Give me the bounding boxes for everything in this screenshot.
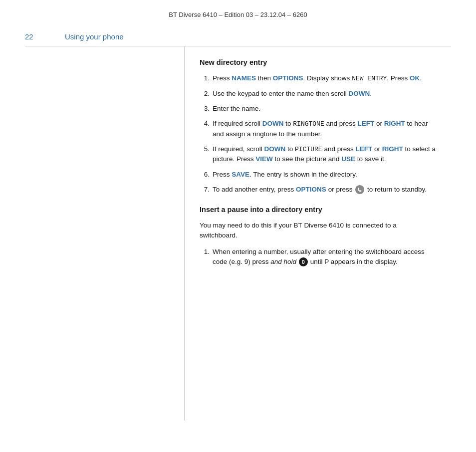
use-label: USE [341,155,355,163]
step-1-num: 1. [200,73,210,84]
view-label: VIEW [255,155,273,163]
options-label-1: OPTIONS [273,74,303,82]
down-label-2: DOWN [262,120,284,127]
left-label-1: LEFT [358,120,375,127]
step-2-num: 2. [200,89,210,99]
page-container: BT Diverse 6410 – Edition 03 – 23.12.04 … [0,0,476,452]
right-label-1: RIGHT [384,120,405,127]
left-label-2: LEFT [355,145,372,153]
new-entry-title: New directory entry [200,58,436,66]
header-text: BT Diverse 6410 – Edition 03 – 23.12.04 … [169,11,307,18]
options-label-2: OPTIONS [296,186,326,193]
new-entry-steps: 1. Press NAMES then OPTIONS. Display sho… [200,73,436,195]
step-6-num: 6. [200,170,210,180]
insert-pause-title: Insert a pause into a directory entry [200,206,436,214]
zero-button: 0 [299,257,308,266]
right-column: New directory entry 1. Press NAMES then … [185,46,451,421]
section-title: Using your phone [65,32,124,41]
and-hold-text: and hold [270,258,296,265]
step-5-content: If required, scroll DOWN to PICTURE and … [213,144,436,165]
svg-point-0 [355,185,364,194]
down-label-3: DOWN [264,145,286,153]
section-number: 22 [25,32,50,41]
picture-display: PICTURE [295,146,322,153]
step-6-content: Press SAVE. The entry is shown in the di… [213,170,436,180]
ringtone-display: RINGTONE [293,120,324,128]
ok-label: OK [410,74,420,82]
insert-pause-intro: You may need to do this if your BT Diver… [200,221,436,241]
pause-step-1-num: 1. [200,247,210,267]
pause-step-1: 1. When entering a number, usually after… [200,247,436,267]
step-3-content: Enter the name. [213,104,436,114]
return-phone-icon [355,185,365,195]
pause-step-1-content: When entering a number, usually after en… [213,247,436,267]
step-2-content: Use the keypad to enter the name then sc… [213,89,436,99]
step-2: 2. Use the keypad to enter the name then… [200,89,436,99]
content-layout: New directory entry 1. Press NAMES then … [0,46,476,421]
insert-pause-section: Insert a pause into a directory entry Yo… [200,206,436,267]
save-label: SAVE [232,171,249,178]
right-label-2: RIGHT [382,145,403,153]
left-column [25,46,185,421]
step-7: 7. To add another entry, press OPTIONS o… [200,185,436,195]
step-5-num: 5. [200,144,210,165]
names-label: NAMES [232,74,256,82]
step-4-num: 4. [200,119,210,139]
step-5: 5. If required, scroll DOWN to PICTURE a… [200,144,436,165]
insert-pause-steps: 1. When entering a number, usually after… [200,247,436,267]
page-header: BT Diverse 6410 – Edition 03 – 23.12.04 … [0,0,476,23]
step-3-num: 3. [200,104,210,114]
section-header: 22 Using your phone [0,23,476,41]
step-7-content: To add another entry, press OPTIONS or p… [213,185,436,195]
down-label-1: DOWN [348,90,370,97]
step-4-content: If required scroll DOWN to RINGTONE and … [213,119,436,139]
step-1-content: Press NAMES then OPTIONS. Display shows … [213,73,436,84]
step-3: 3. Enter the name. [200,104,436,114]
new-entry-display: NEW ENTRY [352,75,387,82]
step-4: 4. If required scroll DOWN to RINGTONE a… [200,119,436,139]
step-1: 1. Press NAMES then OPTIONS. Display sho… [200,73,436,84]
step-6: 6. Press SAVE. The entry is shown in the… [200,170,436,180]
step-7-num: 7. [200,185,210,195]
new-entry-section: New directory entry 1. Press NAMES then … [200,58,436,195]
